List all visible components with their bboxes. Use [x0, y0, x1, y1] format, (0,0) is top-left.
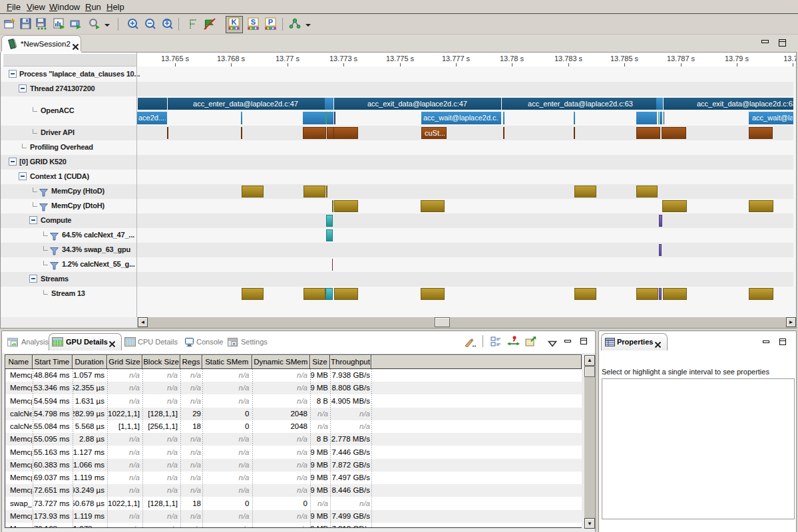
svg-text:P: P [268, 18, 273, 26]
svg-text:S: S [251, 18, 256, 26]
svg-text:K: K [232, 18, 237, 26]
